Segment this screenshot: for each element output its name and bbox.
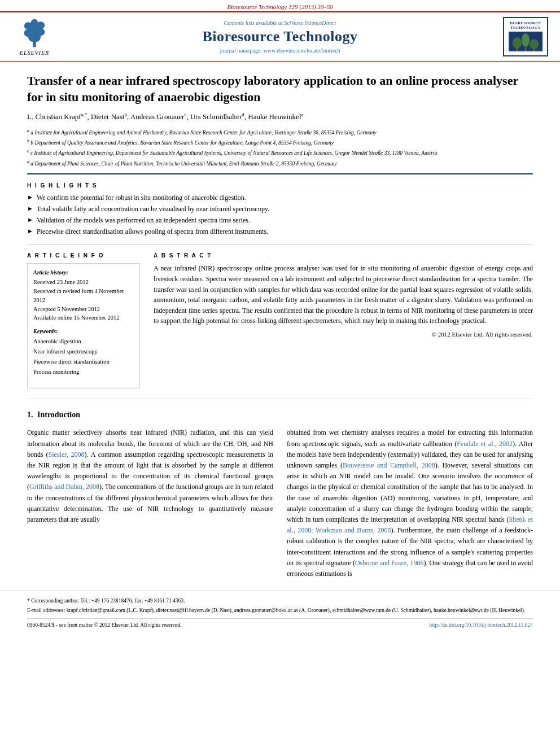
author-heuwinkel: Hauke Heuwinkel bbox=[248, 113, 301, 121]
doi-link[interactable]: http://dx.doi.org/10.1016/j.biortech.201… bbox=[430, 622, 533, 628]
intro-col-left: Organic matter selectively absorbs near … bbox=[27, 427, 273, 579]
journal-logo-right: BIORESOURCETECHNOLOGY bbox=[500, 17, 551, 56]
ref-bouveresse[interactable]: Bouveresse and Campbell, 2008 bbox=[343, 461, 435, 469]
journal-homepage: journal homepage: www.elsevier.com/locat… bbox=[60, 47, 500, 54]
elsevier-brand-name: ELSEVIER bbox=[20, 50, 49, 56]
journal-header: ELSEVIER Contents lists available at Sci… bbox=[0, 11, 560, 62]
keyword-3: Piecewise direct standardisation bbox=[33, 357, 134, 367]
ref-griffiths[interactable]: Griffiths and Dahm, 2008 bbox=[29, 483, 99, 491]
journal-homepage-url[interactable]: www.elsevier.com/locate/biortech bbox=[264, 47, 340, 54]
intro-text-right: obtained from wet chemistry analyses req… bbox=[287, 427, 533, 579]
svg-point-7 bbox=[31, 19, 38, 27]
highlight-item-3: ► Validation of the models was performed… bbox=[27, 216, 533, 225]
bullet-icon-1: ► bbox=[27, 193, 33, 202]
divider-after-highlights bbox=[27, 244, 533, 244]
authors-line: L. Christian Krapfa,*, Dieter Nastb, And… bbox=[27, 112, 533, 121]
intro-two-col: Organic matter selectively absorbs near … bbox=[27, 427, 533, 579]
svg-point-9 bbox=[513, 37, 522, 49]
logo-box-title: BIORESOURCETECHNOLOGY bbox=[510, 21, 541, 30]
affiliation-b: b b Department of Quality Assurance and … bbox=[27, 138, 533, 147]
elsevier-tree-icon bbox=[18, 18, 51, 49]
article-info-label: A R T I C L E I N F O bbox=[27, 252, 140, 259]
highlight-item-2: ► Total volatile fatty acid concentratio… bbox=[27, 204, 533, 214]
accepted-date: Accepted 5 November 2012 bbox=[33, 305, 134, 314]
sciverse-link[interactable]: SciVerse ScienceDirect bbox=[284, 20, 336, 26]
svg-rect-12 bbox=[517, 47, 518, 51]
article-history: Article history: Received 23 June 2012 R… bbox=[33, 269, 134, 322]
bullet-icon-2: ► bbox=[27, 204, 33, 213]
highlights-label: H I G H L I G H T S bbox=[27, 182, 533, 189]
article-info-col: A R T I C L E I N F O Article history: R… bbox=[27, 252, 140, 388]
intro-col-right: obtained from wet chemistry analyses req… bbox=[287, 427, 533, 579]
highlight-item-1: ► We confirm the potential for robust in… bbox=[27, 193, 533, 203]
journal-title: Bioresource Technology bbox=[60, 28, 500, 45]
highlight-item-4: ► Piecewise direct standardisation allow… bbox=[27, 227, 533, 237]
affiliation-c: c c Institute of Agricultural Engineerin… bbox=[27, 148, 533, 157]
keywords-list: Anaerobic digestion Near infrared spectr… bbox=[33, 337, 134, 377]
author-krapf: L. Christian Krapf bbox=[27, 113, 81, 121]
footnote-area: * Corresponding author. Tel.: +49 176 23… bbox=[27, 597, 533, 615]
svg-rect-14 bbox=[533, 48, 535, 51]
ref-osborne[interactable]: Osborne and Fearn, 1986 bbox=[355, 559, 424, 567]
intro-text-left: Organic matter selectively absorbs near … bbox=[27, 427, 273, 525]
abstract-col: A B S T R A C T A near infrared (NIR) sp… bbox=[154, 252, 533, 388]
abstract-label: A B S T R A C T bbox=[154, 252, 533, 259]
history-label: Article history: bbox=[33, 269, 134, 276]
affiliation-d: d d Department of Plant Sciences, Chair … bbox=[27, 159, 533, 168]
logo-image-area bbox=[509, 32, 542, 51]
author-nast: Dieter Nast bbox=[91, 113, 125, 121]
footnote-corresponding: * Corresponding author. Tel.: +49 176 23… bbox=[27, 597, 533, 605]
keywords-group: Keywords: Anaerobic digestion Near infra… bbox=[33, 328, 134, 377]
section-heading-1: 1. Introduction bbox=[27, 410, 533, 420]
keyword-4: Process monitoring bbox=[33, 367, 134, 377]
email-label: E-mail addresses: bbox=[27, 608, 65, 613]
bottom-bar: 0960-8524/$ - see front matter © 2012 El… bbox=[27, 618, 533, 628]
ref-shenk[interactable]: Shenk et al., 2008; Workman and Burns, 2… bbox=[287, 516, 533, 534]
keyword-2: Near infrared spectroscopy bbox=[33, 347, 134, 357]
sciverse-line: Contents lists available at SciVerse Sci… bbox=[60, 20, 500, 26]
divider-after-affiliations bbox=[27, 173, 533, 174]
affiliations: a a Institute for Agricultural Engineeri… bbox=[27, 128, 533, 168]
keyword-1: Anaerobic digestion bbox=[33, 337, 134, 347]
bullet-icon-3: ► bbox=[27, 216, 33, 224]
journal-citation-bar: Bioresource Technology 129 (2013) 39–50 bbox=[0, 0, 560, 11]
journal-center-info: Contents lists available at SciVerse Sci… bbox=[60, 20, 500, 54]
divider-before-body bbox=[27, 399, 533, 399]
received-date: Received 23 June 2012 bbox=[33, 278, 134, 287]
affiliation-a: a a Institute for Agricultural Engineeri… bbox=[27, 128, 533, 137]
abstract-text: A near infrared (NIR) spectroscopy onlin… bbox=[154, 263, 533, 326]
ref-feudale[interactable]: Feudale et al., 2002 bbox=[457, 440, 513, 448]
svg-point-10 bbox=[522, 33, 530, 47]
svg-rect-13 bbox=[525, 47, 526, 51]
bullet-icon-4: ► bbox=[27, 227, 33, 235]
issn-text: 0960-8524/$ - see front matter © 2012 El… bbox=[27, 622, 181, 628]
journal-citation: Bioresource Technology 129 (2013) 39–50 bbox=[227, 3, 333, 10]
revised-date: Received in revised form 4 November 2012 bbox=[33, 287, 134, 305]
main-content: Transfer of a near infrared spectroscopy… bbox=[0, 73, 560, 579]
article-info-abstract: A R T I C L E I N F O Article history: R… bbox=[27, 252, 533, 388]
journal-logo-box: BIORESOURCETECHNOLOGY bbox=[503, 17, 548, 56]
highlights-section: H I G H L I G H T S ► We confirm the pot… bbox=[27, 182, 533, 236]
svg-point-11 bbox=[530, 39, 539, 49]
abstract-copyright: © 2012 Elsevier Ltd. All rights reserved… bbox=[154, 331, 533, 338]
author-gronauer: Andreas Gronauer bbox=[130, 113, 185, 121]
keywords-label: Keywords: bbox=[33, 328, 134, 334]
page-footer: * Corresponding author. Tel.: +49 176 23… bbox=[0, 591, 560, 628]
section-introduction: 1. Introduction Organic matter selective… bbox=[27, 410, 533, 579]
footnote-emails: E-mail addresses: krapf.christian@gmail.… bbox=[27, 606, 533, 614]
email-addresses: krapf.christian@gmail.com (L.C. Krapf), … bbox=[67, 608, 526, 613]
available-date: Available online 15 November 2012 bbox=[33, 313, 134, 322]
article-title: Transfer of a near infrared spectroscopy… bbox=[27, 73, 533, 105]
ref-siesler[interactable]: Siesler, 2008 bbox=[49, 451, 85, 458]
elsevier-logo: ELSEVIER bbox=[9, 18, 60, 56]
article-info-box: Article history: Received 23 June 2012 R… bbox=[27, 263, 140, 388]
author-schmidhalter: Urs Schmidhalter bbox=[190, 113, 242, 121]
